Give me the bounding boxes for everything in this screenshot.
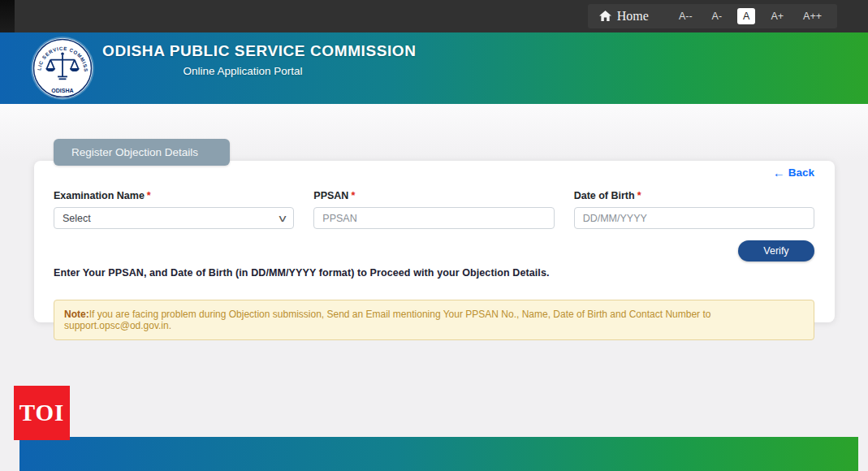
topbar: Home A-- A- A A+ A++ (0, 0, 868, 32)
verify-row: Verify (54, 240, 814, 261)
back-label: Back (788, 166, 814, 179)
font-size-normal-button[interactable]: A (737, 8, 755, 24)
dob-label-text: Date of Birth (574, 190, 635, 201)
note-box: Note:If you are facing problem during Ob… (54, 300, 814, 340)
form-row: Examination Name* Select v PPSAN* Dat (54, 190, 814, 229)
ppsan-label: PPSAN* (313, 190, 554, 201)
examination-name-label: Examination Name* (54, 190, 294, 201)
required-asterisk: * (147, 190, 151, 201)
toi-watermark-logo: TOI (14, 386, 70, 440)
tab-label: Register Objection Details (71, 146, 198, 158)
verify-button[interactable]: Verify (738, 240, 814, 261)
font-size-largest-button[interactable]: A++ (799, 8, 826, 24)
dob-label: Date of Birth* (574, 190, 814, 201)
back-row: ← Back (54, 164, 814, 180)
back-arrow-icon: ← (773, 166, 785, 179)
opsc-seal-logo: PUBLIC SERVICE COMMISSION ODISHA (32, 38, 93, 98)
portal-subtitle: Online Application Portal (102, 65, 383, 77)
portal-title: ODISHA PUBLIC SERVICE COMMISSION (102, 42, 383, 60)
toi-watermark-label: TOI (19, 400, 65, 426)
header-text: ODISHA PUBLIC SERVICE COMMISSION Online … (102, 42, 383, 77)
examination-name-select[interactable]: Select v (54, 207, 294, 229)
home-icon (599, 11, 611, 22)
instruction-text: Enter Your PPSAN, and Date of Birth (in … (54, 267, 814, 279)
header-banner: PUBLIC SERVICE COMMISSION ODISHA (0, 32, 868, 104)
font-size-smallest-button[interactable]: A-- (675, 8, 697, 24)
font-size-larger-button[interactable]: A+ (767, 8, 788, 24)
ppsan-field-group: PPSAN* (313, 190, 554, 229)
required-asterisk: * (637, 190, 641, 201)
main-content: Register Objection Details ← Back Examin… (0, 104, 868, 437)
ppsan-label-text: PPSAN (313, 190, 348, 201)
examination-name-selected-value: Select (63, 213, 91, 224)
topbar-left-block (0, 0, 15, 32)
dob-field-group: Date of Birth* (574, 190, 814, 229)
tab-register-objection-details[interactable]: Register Objection Details (54, 139, 230, 166)
chevron-down-icon: v (279, 214, 287, 223)
form-card: ← Back Examination Name* Select v P (34, 161, 835, 322)
back-link[interactable]: ← Back (773, 164, 814, 180)
logo-bottom-text: ODISHA (51, 88, 73, 93)
font-size-smaller-button[interactable]: A- (708, 8, 727, 24)
screen: Home A-- A- A A+ A++ PUBLIC SERVICE COMM… (0, 0, 868, 471)
home-link[interactable]: Home (599, 9, 649, 24)
examination-name-field-group: Examination Name* Select v (54, 190, 294, 229)
examination-name-label-text: Examination Name (54, 190, 145, 201)
note-text: If you are facing problem during Objecti… (64, 309, 710, 331)
topbar-controls: Home A-- A- A A+ A++ (588, 4, 837, 28)
note-prefix: Note: (64, 309, 89, 320)
home-label: Home (617, 9, 649, 24)
ppsan-input[interactable] (313, 207, 554, 229)
dob-input[interactable] (574, 207, 814, 229)
required-asterisk: * (351, 190, 355, 201)
footer-band (19, 437, 858, 471)
